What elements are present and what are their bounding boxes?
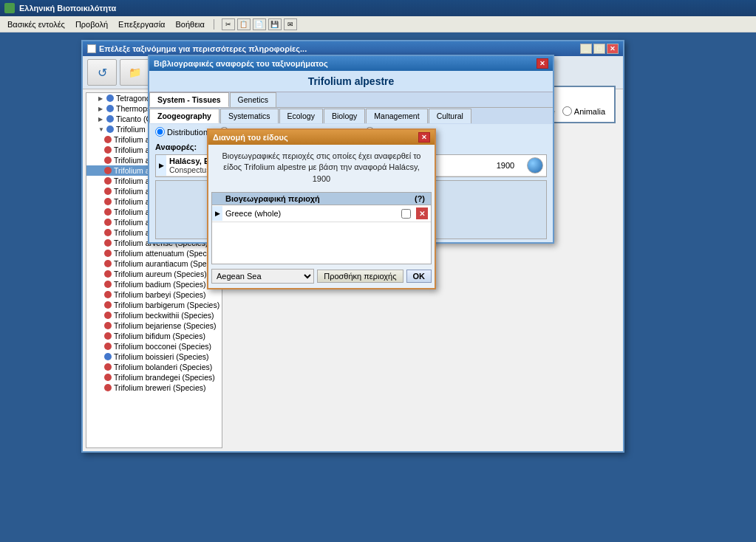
tree-item-t-bocconei[interactable]: Trifolium bocconei (Species)	[86, 341, 222, 351]
tree-arrow: ▶	[98, 106, 104, 112]
tree-icon-blue	[106, 95, 114, 102]
tree-icon-red	[104, 198, 112, 205]
tree-icon-blue	[106, 115, 114, 123]
tree-item-t-barbeyi[interactable]: Trifolium barbeyi (Species)	[86, 289, 222, 300]
delete-icon[interactable]: ✕	[416, 207, 428, 219]
tree-icon-red	[104, 363, 112, 371]
tree-item-t-beckwithii[interactable]: Trifolium beckwithii (Species)	[86, 310, 222, 320]
menu-icon-3[interactable]: 📄	[253, 18, 266, 30]
tab-system-tissues[interactable]: System - Tissues	[149, 92, 229, 107]
refs-year: 1900	[487, 155, 524, 176]
tree-icon-red	[104, 146, 112, 154]
close-button[interactable]: ✕	[607, 44, 619, 54]
menu-help[interactable]: Βοήθεια	[171, 18, 208, 30]
tree-item-t-bolanderi[interactable]: Trifolium bolanderi (Species)	[86, 362, 222, 372]
globe-icon[interactable]	[527, 157, 543, 174]
tree-item-t-aurantiacum[interactable]: Trifolium aurantiacum (Species)	[86, 258, 222, 269]
dist-col-question: (?)	[409, 193, 431, 205]
tree-icon-red	[104, 167, 112, 174]
dist-region-dropdown[interactable]: Aegean Sea	[211, 269, 314, 284]
refs-arrow: ▶	[156, 155, 166, 176]
tree-label: Trifolium brandegei (Species)	[114, 373, 215, 382]
tree-label: Trifolium barbigerum (Species)	[114, 301, 219, 309]
folder-button[interactable]	[120, 59, 149, 86]
tree-icon-red	[104, 312, 112, 319]
refs-title-text: Βιβλιογραφικές αναφορές του ταξινομήματο…	[154, 59, 328, 68]
refs-globe-cell[interactable]	[524, 155, 546, 176]
radio-distribution[interactable]: Distribution	[155, 127, 208, 137]
dist-ok-button[interactable]: OK	[406, 270, 432, 283]
refs-close-button[interactable]: ✕	[537, 58, 548, 69]
minimize-button[interactable]: _	[580, 44, 592, 54]
window-dist: Διανομή του είδους ✕ Βιογεωγραφικές περι…	[207, 128, 436, 289]
tree-icon-red	[104, 177, 112, 185]
dist-titlebar: Διανομή του είδους ✕	[208, 130, 435, 145]
tree-item-t-aureum[interactable]: Trifolium aureum (Species)	[86, 269, 222, 279]
window-icon	[87, 44, 96, 53]
tree-icon-red	[104, 136, 112, 143]
tree-icon-red	[104, 219, 112, 226]
tree-arrow: ▶	[98, 116, 104, 123]
tree-icon-red	[104, 322, 112, 329]
window-controls: _ □ ✕	[580, 44, 619, 54]
tree-item-t-boissieri[interactable]: Trifolium boissieri (Species)	[86, 351, 222, 362]
maximize-button[interactable]: □	[593, 44, 605, 54]
tree-icon-red	[104, 332, 112, 340]
select-taxon-title: Επέλεξε ταξινόμημα για περισσότερες πληρ…	[99, 44, 307, 53]
tree-item-t-breweri[interactable]: Trifolium breweri (Species)	[86, 383, 222, 393]
tree-icon-red	[104, 301, 112, 309]
tree-label: Trifolium bejariense (Species)	[114, 321, 217, 330]
tree-item-t-attenuatum[interactable]: Trifolium attenuatum (Species)	[86, 248, 222, 258]
tree-icon-blue	[106, 105, 114, 112]
dist-row-checkbox[interactable]	[398, 209, 413, 219]
tree-item-t-brandegei[interactable]: Trifolium brandegei (Species)	[86, 372, 222, 383]
menu-edit[interactable]: Επεξεργασία	[114, 18, 169, 30]
tree-item-t-barbigerum[interactable]: Trifolium barbigerum (Species)	[86, 300, 222, 310]
menu-icon-group: ✂ 📋 📄 💾 ✉	[222, 18, 297, 30]
tree-label: Trifolium attenuatum (Species)	[114, 249, 219, 258]
refresh-button[interactable]	[87, 59, 117, 86]
tab-ecology[interactable]: Ecology	[279, 109, 323, 123]
tree-label: Trifolium beckwithii (Species)	[114, 311, 214, 320]
kingdom-animalia[interactable]: Animalia	[562, 106, 605, 116]
tree-label: Trifolium breweri (Species)	[114, 383, 205, 392]
tree-label: Trifolium bifidum (Species)	[114, 332, 205, 340]
tab-genetics[interactable]: Genetics	[230, 92, 276, 107]
refs-tabs-row1: System - Tissues Genetics	[149, 92, 553, 108]
menu-icon-5[interactable]: ✉	[284, 18, 297, 30]
dist-row-greece[interactable]: ▶ Greece (whole) ✕	[212, 205, 431, 222]
tab-biology[interactable]: Biology	[324, 109, 365, 123]
tree-item-t-bejariense[interactable]: Trifolium bejariense (Species)	[86, 320, 222, 331]
menu-basic[interactable]: Βασικές εντολές	[3, 18, 69, 30]
tree-item-t-badium[interactable]: Trifolium badium (Species)	[86, 279, 222, 289]
dist-description: Βιογεωγραφικές περιοχές στις οποίες έχει…	[208, 145, 435, 191]
app-icon	[4, 3, 15, 13]
tree-label: Trifolium aurantiacum (Species)	[114, 259, 222, 268]
tree-item-t-bifidum[interactable]: Trifolium bifidum (Species)	[86, 331, 222, 341]
dist-row-delete[interactable]: ✕	[413, 207, 431, 219]
tree-icon-red	[104, 270, 112, 278]
tree-label: Trifolium barbeyi (Species)	[114, 290, 205, 299]
menu-icon-4[interactable]: 💾	[268, 18, 282, 30]
menu-view[interactable]: Προβολή	[71, 18, 112, 30]
refresh-icon	[98, 66, 107, 80]
tree-icon-red	[104, 188, 112, 195]
tab-management[interactable]: Management	[366, 109, 427, 123]
tab-systematics[interactable]: Systematics	[220, 109, 279, 123]
dist-close-button[interactable]: ✕	[418, 132, 430, 143]
tree-icon-red	[104, 384, 112, 391]
refs-titlebar: Βιβλιογραφικές αναφορές του ταξινομήματο…	[149, 56, 553, 71]
menu-icon-1[interactable]: ✂	[222, 18, 235, 30]
app-titlebar: Ελληνική Βιοποικιλότητα	[0, 0, 756, 16]
tree-icon-red	[104, 281, 112, 288]
menu-separator	[214, 19, 214, 30]
dist-footer: Aegean Sea Προσθήκη περιοχής OK	[208, 264, 435, 288]
tree-icon-red	[104, 250, 112, 257]
tab-cultural[interactable]: Cultural	[429, 109, 471, 123]
dist-title-text: Διανομή του είδους	[213, 133, 288, 142]
dist-col-region: Βιογεωγραφική περιοχή	[222, 193, 409, 205]
dist-add-button[interactable]: Προσθήκη περιοχής	[317, 270, 403, 283]
menu-icon-2[interactable]: 📋	[237, 18, 251, 30]
tab-zoogeography[interactable]: Zoogeography	[149, 109, 219, 123]
tree-icon-blue	[106, 126, 114, 133]
